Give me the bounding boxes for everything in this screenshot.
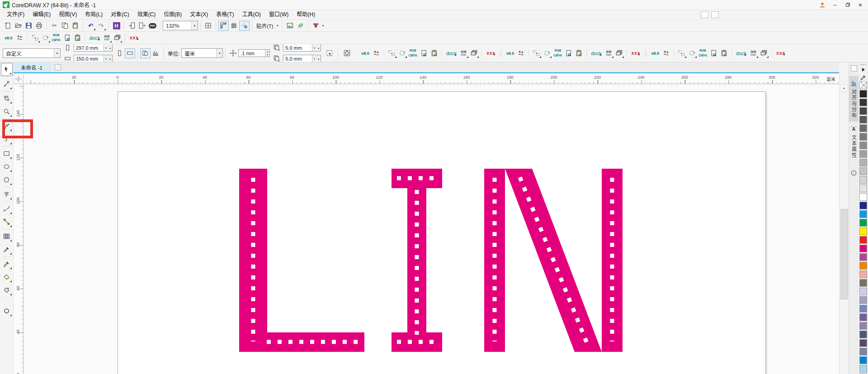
menu-item-7[interactable]: 文本(X) [186, 10, 212, 19]
barcode-icon[interactable]: 0101 [458, 48, 469, 58]
menu-item-11[interactable]: 帮助(H) [292, 10, 319, 19]
cascade-windows-icon[interactable] [614, 48, 624, 58]
spin-down-icon[interactable]: ▼ [265, 53, 269, 57]
close-button[interactable]: × [854, 1, 866, 9]
menubar-extra-icon-2[interactable] [711, 11, 719, 18]
interactive-fill-tool[interactable] [1, 270, 13, 284]
rgb-to-cmyk-icon[interactable]: RGB↓CMYK [553, 49, 562, 57]
color-swatch[interactable] [859, 236, 867, 244]
color-swatch[interactable] [859, 348, 867, 355]
color-swatch[interactable] [859, 253, 867, 261]
color-swatch[interactable] [859, 150, 867, 158]
duplicate-x-field[interactable]: 5.0 mm ▼▲ [283, 44, 321, 52]
show-rulers-icon[interactable] [218, 21, 229, 31]
color-swatch[interactable] [859, 262, 867, 270]
dock-macro-button[interactable]: dock [446, 51, 457, 56]
color-swatch[interactable] [859, 313, 867, 321]
macro-version-label[interactable]: v8.0 [506, 51, 514, 56]
color-swatch[interactable] [859, 219, 867, 227]
barcode-icon[interactable]: 0101 [748, 48, 759, 58]
color-swatch[interactable] [859, 288, 867, 295]
smart-fill-tool[interactable] [1, 284, 13, 297]
show-guidelines-icon[interactable] [239, 21, 250, 31]
macro-version-label[interactable]: v8.0 [651, 51, 659, 56]
color-swatch[interactable] [859, 193, 867, 201]
people-icon[interactable] [661, 48, 671, 58]
landscape-button[interactable] [125, 48, 135, 58]
outline-position-button[interactable] [340, 47, 353, 59]
nudge-offset-field[interactable]: .1 mm ▲▼ [238, 49, 270, 57]
color-swatch[interactable] [859, 90, 867, 98]
ellipse-tool[interactable] [1, 160, 13, 173]
vertical-scrollbar[interactable]: ▲ [839, 73, 849, 374]
xxx-macro-button[interactable]: xxx [776, 51, 785, 56]
zoom-level-combo[interactable]: 132%▼ [163, 21, 198, 30]
spin-up-icon[interactable]: ▲ [265, 50, 269, 53]
menu-item-6[interactable]: 位图(B) [160, 10, 186, 19]
snap-to-menu[interactable]: 贴齐(T)▼ [255, 22, 280, 29]
spin-up-icon[interactable]: ▲ [316, 44, 321, 51]
docker-tab-0[interactable]: 对齐与分布 [849, 76, 859, 122]
menu-item-1[interactable]: 编辑(E) [28, 10, 55, 19]
color-swatch[interactable] [859, 116, 867, 123]
dock-macro-button[interactable]: dock [90, 35, 100, 41]
no-color-swatch[interactable] [859, 81, 867, 89]
zoom-tool[interactable] [1, 105, 13, 118]
ai-document-icon[interactable]: Ai [62, 33, 72, 43]
color-swatch[interactable] [859, 107, 867, 115]
duplicate-y-field[interactable]: 5.0 mm ▼▲ [283, 55, 321, 62]
refresh-icon[interactable] [542, 48, 552, 58]
page-width-field[interactable]: 297.0 mm ▼▲ [74, 44, 113, 52]
units-combo[interactable]: 毫米 ▼ [181, 48, 223, 58]
pick-tool[interactable] [1, 63, 13, 76]
export-icon[interactable] [137, 21, 147, 31]
people-icon[interactable] [14, 33, 25, 43]
page-preset-combo[interactable]: 自定义 ▼ [3, 48, 61, 58]
contour-tool[interactable] [1, 230, 13, 243]
palette-eyedropper-icon[interactable] [859, 73, 868, 81]
search-content-icon[interactable]: H [111, 21, 122, 31]
shape-tool[interactable] [1, 77, 13, 90]
artwork-lin-text[interactable] [24, 84, 839, 374]
spin-down-icon[interactable]: ▼ [312, 55, 316, 62]
xxx-macro-button[interactable]: xxx [130, 35, 139, 40]
color-swatch[interactable] [859, 322, 867, 330]
minimize-button[interactable]: ─ [829, 1, 841, 9]
menu-item-3[interactable]: 布局(L) [81, 10, 107, 19]
marquee-icon[interactable] [531, 48, 542, 58]
scroll-up-icon[interactable]: ▲ [840, 84, 848, 92]
marquee-icon[interactable] [676, 48, 687, 58]
color-swatch[interactable] [859, 202, 867, 209]
color-swatch[interactable] [859, 356, 867, 364]
marquee-icon[interactable] [30, 33, 40, 43]
fullscreen-preview-icon[interactable] [203, 21, 213, 31]
all-pages-button[interactable] [140, 48, 151, 58]
import-icon[interactable] [127, 21, 137, 31]
polygon-tool[interactable] [1, 173, 13, 186]
facing-pages-button[interactable] [151, 48, 161, 58]
chevron-down-icon[interactable]: ▼ [191, 21, 198, 30]
chevron-down-icon[interactable]: ▼ [216, 49, 222, 57]
undo-button[interactable]: ↶ [85, 21, 96, 31]
spin-up-icon[interactable]: ▲ [316, 55, 321, 62]
refresh-icon[interactable] [687, 48, 697, 58]
ruler-origin-button[interactable] [14, 74, 24, 84]
color-swatch[interactable] [859, 185, 867, 192]
color-swatch[interactable] [859, 167, 867, 175]
spin-down-icon[interactable]: ▼ [104, 55, 108, 62]
cascade-windows-icon[interactable] [112, 33, 123, 43]
attributes-eyedropper-tool[interactable] [1, 257, 13, 270]
drawing-canvas[interactable] [24, 84, 839, 374]
ai-document-icon[interactable]: Ai [563, 48, 574, 58]
menu-item-9[interactable]: 工具(O) [238, 10, 265, 19]
outline-tool[interactable] [1, 304, 13, 317]
freehand-tool[interactable] [1, 119, 13, 133]
vertical-ruler[interactable]: 14012010080604020 [14, 84, 24, 374]
menubar-extra-icon-1[interactable] [701, 11, 708, 18]
open-document-icon[interactable] [13, 21, 24, 31]
menu-item-2[interactable]: 视图(V) [55, 10, 81, 19]
color-swatch[interactable] [859, 270, 867, 278]
rectangle-tool[interactable] [1, 147, 13, 160]
paste-icon[interactable] [70, 21, 80, 31]
launcher-menu[interactable]: ▼ [311, 21, 326, 31]
